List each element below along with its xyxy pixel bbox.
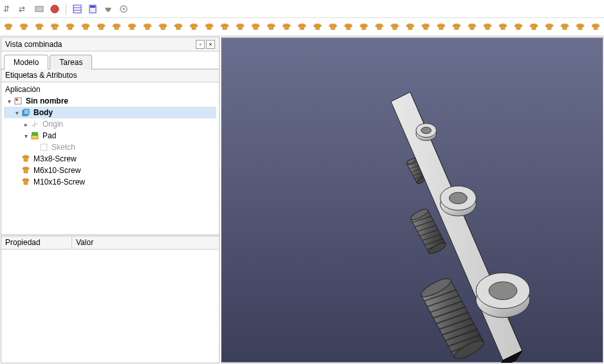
expander-icon[interactable]: ▾ (22, 132, 30, 140)
fastener-type-13-icon[interactable] (203, 21, 215, 33)
simplify-tool-icon[interactable] (49, 3, 61, 15)
svg-rect-98 (24, 109, 29, 114)
fastener-type-4-icon[interactable] (64, 21, 76, 33)
svg-rect-36 (192, 26, 196, 30)
countersunk-tool-icon[interactable] (102, 3, 114, 15)
tab-model-label: Modelo (14, 58, 39, 67)
tree-pad[interactable]: ▾ Pad (4, 130, 216, 141)
tree-sketch[interactable]: Sketch (4, 141, 216, 153)
fastener-type-31-icon[interactable] (482, 21, 493, 33)
tree-screw-2[interactable]: M10x16-Screw (4, 176, 216, 188)
tree-screw-2-label: M10x16-Screw (33, 177, 85, 187)
shape-tool-icon[interactable] (33, 3, 45, 15)
move-tool-icon[interactable]: ⇄ (18, 3, 30, 15)
fasteners-toolbar: document.write(Array.from({length:42}).m… (0, 18, 604, 36)
tree-screw-0-label: M3x8-Screw (33, 154, 77, 163)
fastener-type-23-icon[interactable] (358, 21, 370, 33)
fastener-type-30-icon[interactable] (466, 21, 478, 33)
svg-rect-76 (501, 26, 505, 30)
fastener-type-20-icon[interactable] (312, 21, 323, 33)
svg-rect-8 (90, 6, 95, 8)
svg-rect-58 (362, 26, 366, 30)
tab-model[interactable]: Modelo (4, 55, 48, 69)
fastener-type-0-icon[interactable] (3, 21, 14, 33)
tree-header: Etiquetas & Atributos (1, 69, 219, 82)
fastener-type-15-icon[interactable] (234, 21, 246, 33)
svg-rect-110 (222, 38, 603, 363)
tree-document[interactable]: ▾ Sin nombre (4, 95, 216, 107)
fastener-type-17-icon[interactable] (265, 21, 277, 33)
fastener-type-38-icon[interactable] (590, 21, 601, 33)
svg-rect-103 (41, 144, 47, 150)
svg-rect-68 (439, 26, 443, 30)
tree-body[interactable]: ▾ Body (4, 107, 216, 118)
svg-rect-44 (254, 26, 258, 30)
fastener-type-34-icon[interactable] (528, 21, 540, 33)
settings-tool-icon[interactable] (118, 3, 129, 15)
svg-text:⇵: ⇵ (3, 5, 10, 14)
fastener-type-8-icon[interactable] (126, 21, 138, 33)
fastener-type-16-icon[interactable] (250, 21, 261, 33)
fastener-type-9-icon[interactable] (142, 21, 153, 33)
svg-rect-101 (32, 135, 38, 139)
tab-tasks[interactable]: Tareas (50, 55, 92, 69)
bom-tool-icon[interactable] (71, 3, 83, 15)
fastener-type-26-icon[interactable] (404, 21, 416, 33)
fastener-type-37-icon[interactable] (574, 21, 586, 33)
tree-application[interactable]: Aplicación (4, 84, 216, 95)
model-tree[interactable]: Aplicación ▾ Sin nombre ▾ Body ▸ Origin … (1, 82, 219, 234)
separator (66, 3, 66, 15)
fastener-type-5-icon[interactable] (80, 21, 91, 33)
fastener-type-36-icon[interactable] (559, 21, 571, 33)
fastener-type-12-icon[interactable] (188, 21, 200, 33)
flip-tool-icon[interactable]: ⇵ (3, 3, 14, 15)
svg-rect-4 (73, 5, 81, 13)
fastener-type-35-icon[interactable] (543, 21, 555, 33)
tree-application-label: Aplicación (5, 85, 41, 94)
fastener-type-28-icon[interactable] (435, 21, 447, 33)
svg-rect-18 (53, 26, 57, 30)
tree-sketch-label: Sketch (52, 143, 75, 152)
3d-viewport[interactable] (221, 37, 603, 363)
svg-point-147 (449, 192, 467, 204)
expander-icon[interactable]: ▾ (5, 98, 13, 105)
svg-rect-16 (37, 26, 41, 30)
svg-rect-95 (15, 98, 21, 104)
svg-rect-30 (146, 26, 149, 30)
fastener-type-21-icon[interactable] (327, 21, 339, 33)
fastener-type-14-icon[interactable] (219, 21, 231, 33)
fastener-type-32-icon[interactable] (497, 21, 509, 33)
expander-icon[interactable]: ▾ (13, 109, 21, 116)
fastener-type-29-icon[interactable] (451, 21, 462, 33)
combo-tabs: Modelo Tareas (1, 51, 219, 69)
fastener-type-6-icon[interactable] (95, 21, 107, 33)
fastener-type-19-icon[interactable] (296, 21, 308, 33)
restore-icon[interactable]: ▫ (196, 40, 205, 49)
fastener-type-1-icon[interactable] (18, 21, 30, 33)
fastener-type-3-icon[interactable] (49, 21, 61, 33)
fastener-type-25-icon[interactable] (389, 21, 401, 33)
property-panel: Propiedad Valor (1, 234, 219, 363)
calculator-tool-icon[interactable] (87, 3, 99, 15)
fastener-type-27-icon[interactable] (420, 21, 431, 33)
fastener-type-10-icon[interactable] (157, 21, 169, 33)
fastener-type-22-icon[interactable] (343, 21, 354, 33)
tree-origin-label: Origin (42, 120, 63, 129)
svg-text:⇄: ⇄ (19, 5, 25, 14)
main-toolbar: ⇵ ⇄ (0, 0, 604, 18)
close-icon[interactable]: × (206, 40, 215, 49)
svg-rect-26 (115, 26, 118, 30)
expander-icon[interactable]: ▸ (22, 121, 30, 128)
fastener-type-24-icon[interactable] (373, 21, 385, 33)
fastener-type-2-icon[interactable] (33, 21, 45, 33)
tree-screw-0[interactable]: M3x8-Screw (4, 153, 216, 165)
fastener-type-33-icon[interactable] (513, 21, 524, 33)
svg-rect-72 (470, 26, 474, 30)
tree-origin[interactable]: ▸ Origin (4, 118, 216, 130)
fastener-type-11-icon[interactable] (173, 21, 184, 33)
svg-rect-54 (331, 26, 335, 30)
svg-rect-102 (32, 132, 37, 135)
fastener-type-7-icon[interactable] (111, 21, 122, 33)
fastener-type-18-icon[interactable] (281, 21, 292, 33)
tree-screw-1[interactable]: M6x10-Screw (4, 165, 216, 176)
